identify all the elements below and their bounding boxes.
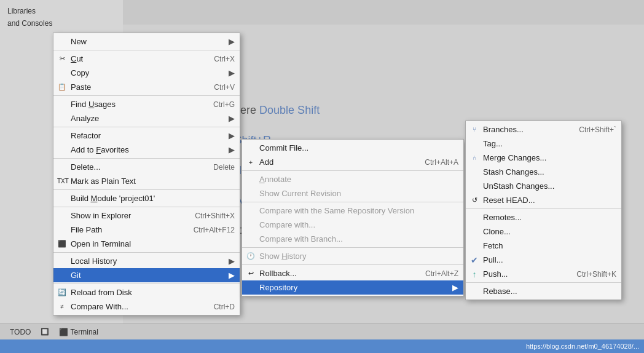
menu-item-refactor[interactable]: Refactor ▶	[53, 129, 240, 143]
menu-item-analyze-label: Analyze	[71, 114, 224, 123]
menu-item-compare-with-shortcut: Ctrl+D	[214, 303, 235, 311]
menu-item-reset-head-label: Reset HEAD...	[483, 196, 616, 205]
menu-item-delete[interactable]: Delete... Delete	[53, 160, 240, 174]
menu-item-delete-label: Delete...	[71, 162, 198, 172]
menu-item-find-usages[interactable]: Find Usages Ctrl+G	[53, 97, 240, 111]
menu-item-clone[interactable]: Clone...	[466, 224, 621, 239]
menu-item-compare-branch[interactable]: Compare with Branch...	[242, 232, 463, 246]
context-menu-repository: ⑂ Branches... Ctrl+Shift+` Tag... ⑃ Merg…	[465, 121, 622, 300]
menu-item-local-history[interactable]: Local History ▶	[53, 254, 240, 268]
menu-item-rollback[interactable]: ↩ Rollback... Ctrl+Alt+Z	[242, 266, 463, 280]
menu-item-copy[interactable]: Copy ▶	[53, 66, 240, 80]
paste-icon: 📋	[57, 83, 67, 91]
repo-separator-2	[466, 282, 621, 283]
menu-item-show-revision[interactable]: Show Current Revision	[242, 186, 463, 200]
menu-item-reload[interactable]: 🔄 Reload from Disk	[53, 285, 240, 299]
menu-item-tag-label: Tag...	[483, 139, 616, 148]
menu-item-remotes[interactable]: Remotes...	[466, 210, 621, 224]
menu-item-analyze[interactable]: Analyze ▶	[53, 111, 240, 125]
menu-item-local-history-arrow: ▶	[229, 256, 235, 266]
menu-item-remotes-label: Remotes...	[483, 213, 616, 222]
menu-item-show-explorer[interactable]: Show in Explorer Ctrl+Shift+X	[53, 208, 240, 223]
menu-item-open-terminal[interactable]: ⬛ Open in Terminal	[53, 237, 240, 251]
menu-item-merge-changes[interactable]: ⑃ Merge Changes...	[466, 151, 621, 165]
menu-item-clone-label: Clone...	[483, 227, 616, 236]
menu-item-compare-repo-label: Compare with the Same Repository Version	[259, 206, 458, 215]
menu-item-rebase[interactable]: Rebase...	[466, 284, 621, 298]
menu-item-add-shortcut: Ctrl+Alt+A	[425, 158, 458, 167]
menu-item-commit-file[interactable]: Commit File...	[242, 141, 463, 155]
menu-item-add[interactable]: + Add Ctrl+Alt+A	[242, 155, 463, 169]
menu-item-new[interactable]: New ▶	[53, 34, 240, 49]
cut-icon: ✂	[57, 55, 67, 63]
menu-item-repository-label: Repository	[259, 283, 447, 292]
menu-item-paste[interactable]: 📋 Paste Ctrl+V	[53, 80, 240, 94]
menu-item-pull[interactable]: ✔ Pull...	[466, 253, 621, 267]
separator-3	[53, 127, 240, 127]
tab-todo[interactable]: TODO	[5, 325, 36, 339]
menu-item-show-history-label: Show History	[259, 252, 458, 261]
menu-item-compare-with[interactable]: ≠ Compare With... Ctrl+D	[53, 299, 240, 314]
terminal-icon: ⬛	[57, 240, 67, 248]
tab-terminal[interactable]: ⬛ Terminal	[54, 325, 103, 339]
menu-item-branches[interactable]: ⑂ Branches... Ctrl+Shift+`	[466, 122, 621, 137]
menu-item-reload-label: Reload from Disk	[71, 288, 235, 297]
menu-item-unstash[interactable]: UnStash Changes...	[466, 179, 621, 193]
menu-item-commit-file-label: Commit File...	[259, 143, 458, 153]
menu-item-fetch[interactable]: Fetch	[466, 239, 621, 253]
menu-item-copy-label: Copy	[71, 68, 224, 77]
menu-item-compare-with-git-label: Compare with...	[259, 220, 458, 229]
separator-8	[53, 284, 240, 284]
menu-item-compare-repo[interactable]: Compare with the Same Repository Version	[242, 204, 463, 218]
menu-item-copy-arrow: ▶	[229, 68, 235, 77]
menu-item-push-label: Push...	[483, 269, 562, 279]
menu-item-git-label: Git	[71, 271, 224, 280]
menu-item-add-favorites-arrow: ▶	[229, 145, 235, 154]
menu-item-mark-plain-label: Mark as Plain Text	[71, 177, 235, 186]
history-icon: 🕐	[246, 252, 256, 260]
compare-icon: ≠	[57, 303, 67, 310]
menu-item-push[interactable]: ↑ Push... Ctrl+Shift+K	[466, 267, 621, 281]
menu-item-fetch-label: Fetch	[483, 241, 616, 250]
menu-item-mark-plain[interactable]: TXT Mark as Plain Text	[53, 174, 240, 188]
tab-icon-todo: 🔲	[41, 328, 49, 336]
bottom-bar: TODO 🔲 ⬛ Terminal	[0, 323, 644, 339]
menu-item-stash[interactable]: Stash Changes...	[466, 165, 621, 179]
menu-item-tag[interactable]: Tag...	[466, 137, 621, 151]
menu-item-add-favorites[interactable]: Add to Favorites ▶	[53, 143, 240, 157]
menu-item-file-path[interactable]: File Path Ctrl+Alt+F12	[53, 223, 240, 237]
status-url: https://blog.csdn.net/m0_46174028/...	[526, 343, 639, 350]
menu-item-compare-with-git[interactable]: Compare with...	[242, 218, 463, 232]
menu-item-git[interactable]: Git ▶	[53, 268, 240, 282]
menu-item-cut[interactable]: ✂ Cut Ctrl+X	[53, 52, 240, 66]
sidebar-libraries: Libraries	[0, 5, 123, 17]
menu-item-compare-branch-label: Compare with Branch...	[259, 234, 458, 244]
git-separator-4	[242, 264, 463, 265]
context-menu-main: New ▶ ✂ Cut Ctrl+X Copy ▶ 📋 Paste Ctrl+V…	[53, 33, 240, 315]
menu-item-cut-shortcut: Ctrl+X	[214, 55, 235, 63]
rollback-icon: ↩	[246, 269, 256, 277]
mark-icon: TXT	[57, 178, 67, 184]
menu-item-show-history[interactable]: 🕐 Show History	[242, 249, 463, 263]
menu-item-branches-label: Branches...	[483, 125, 564, 134]
menu-item-build-module[interactable]: Build Module 'project01'	[53, 191, 240, 205]
menu-item-repository[interactable]: Repository ▶	[242, 280, 463, 295]
menu-item-open-terminal-label: Open in Terminal	[71, 239, 235, 248]
pull-icon: ✔	[469, 255, 479, 265]
separator-4	[53, 158, 240, 159]
menu-item-cut-label: Cut	[71, 54, 199, 63]
push-icon: ↑	[469, 269, 479, 279]
menu-item-git-arrow: ▶	[229, 271, 235, 280]
menu-item-paste-label: Paste	[71, 82, 199, 92]
menu-item-rebase-label: Rebase...	[483, 287, 616, 296]
menu-item-annotate[interactable]: Annotate	[242, 172, 463, 186]
menu-item-rollback-shortcut: Ctrl+Alt+Z	[425, 269, 458, 278]
menu-item-merge-changes-label: Merge Changes...	[483, 153, 616, 162]
add-icon: +	[246, 159, 256, 166]
repo-separator-1	[466, 208, 621, 209]
menu-item-repository-arrow: ▶	[452, 283, 458, 292]
separator-6	[53, 207, 240, 207]
menu-item-reset-head[interactable]: ↺ Reset HEAD...	[466, 193, 621, 207]
context-menu-git: Commit File... + Add Ctrl+Alt+A Annotate…	[242, 139, 464, 296]
menu-item-show-explorer-label: Show in Explorer	[71, 211, 180, 220]
